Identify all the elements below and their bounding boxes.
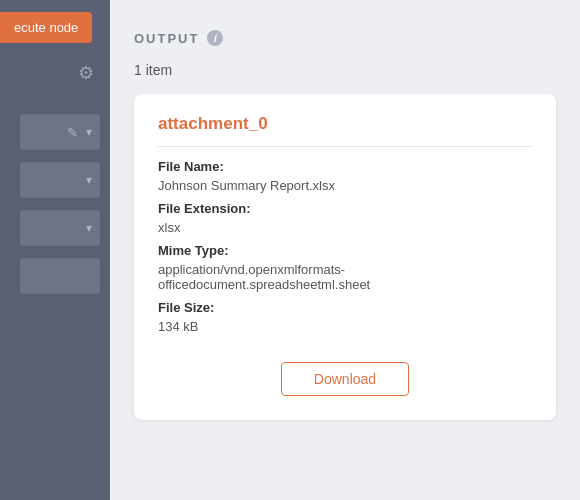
chevron-down-icon: ▾ [86, 125, 92, 139]
sidebar: ecute node ⚙ ✎ ▾ ▾ ▾ [0, 0, 110, 500]
sidebar-row-4[interactable] [20, 258, 100, 294]
output-card: attachment_0 File Name: Johnson Summary … [134, 94, 556, 420]
chevron-down-icon: ▾ [86, 221, 92, 235]
info-icon: i [207, 30, 223, 46]
gear-icon[interactable]: ⚙ [78, 62, 94, 84]
attachment-title: attachment_0 [158, 114, 532, 147]
download-btn-container: Download [158, 362, 532, 396]
file-size-value: 134 kB [158, 319, 532, 334]
file-name-label: File Name: [158, 159, 532, 174]
file-extension-value: xlsx [158, 220, 532, 235]
mime-type-label: Mime Type: [158, 243, 532, 258]
output-header: OUTPUT i [134, 30, 556, 46]
chevron-down-icon: ▾ [86, 173, 92, 187]
item-count: 1 item [134, 62, 556, 78]
execute-node-button[interactable]: ecute node [0, 12, 92, 43]
edit-icon: ✎ [67, 125, 78, 140]
sidebar-row-3[interactable]: ▾ [20, 210, 100, 246]
download-button[interactable]: Download [281, 362, 409, 396]
file-name-value: Johnson Summary Report.xlsx [158, 178, 532, 193]
sidebar-row-1[interactable]: ✎ ▾ [20, 114, 100, 150]
file-info: File Name: Johnson Summary Report.xlsx F… [158, 159, 532, 338]
sidebar-rows: ✎ ▾ ▾ ▾ [0, 114, 110, 294]
mime-type-value: application/vnd.openxmlformats-officedoc… [158, 262, 532, 292]
output-title: OUTPUT [134, 31, 199, 46]
file-size-label: File Size: [158, 300, 532, 315]
main-content: OUTPUT i 1 item attachment_0 File Name: … [110, 0, 580, 500]
file-extension-label: File Extension: [158, 201, 532, 216]
sidebar-row-2[interactable]: ▾ [20, 162, 100, 198]
